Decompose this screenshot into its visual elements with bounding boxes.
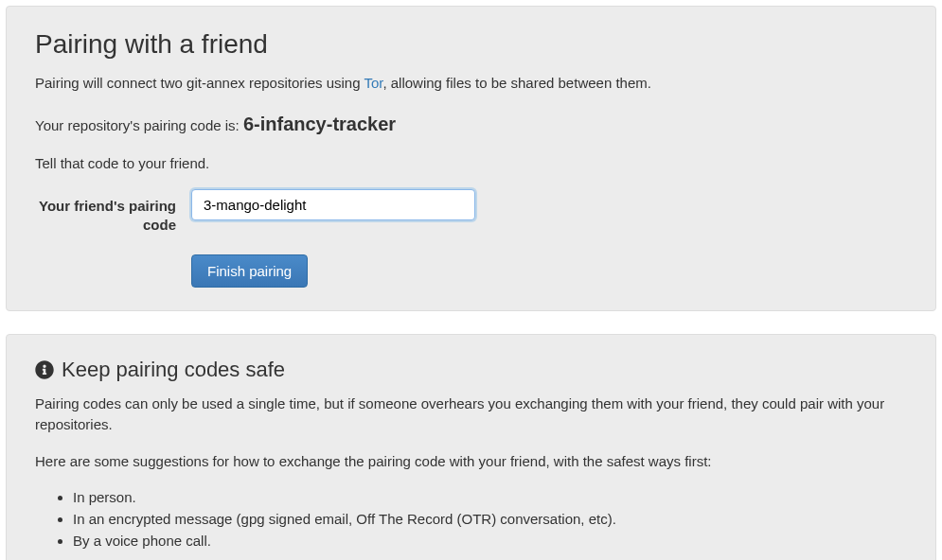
safety-p2: Here are some suggestions for how to exc… xyxy=(35,451,907,473)
page-title: Pairing with a friend xyxy=(35,29,907,60)
friend-code-label: Your friend's pairing code xyxy=(35,189,191,236)
list-item: In person. xyxy=(73,487,907,507)
pairing-panel: Pairing with a friend Pairing will conne… xyxy=(6,6,936,311)
pairing-code-line: Your repository's pairing code is: 6-inf… xyxy=(35,110,907,138)
finish-pairing-button[interactable]: Finish pairing xyxy=(191,254,308,288)
intro-suffix: , allowing files to be shared between th… xyxy=(382,75,651,91)
safety-heading-text: Keep pairing codes safe xyxy=(62,358,285,382)
info-icon xyxy=(35,360,54,379)
safety-suggestions: In person. In an encrypted message (gpg … xyxy=(35,487,907,551)
list-item: By a voice phone call. xyxy=(73,531,907,551)
intro-paragraph: Pairing will connect two git-annex repos… xyxy=(35,73,907,95)
safety-p1: Pairing codes can only be used a single … xyxy=(35,394,907,436)
safety-heading: Keep pairing codes safe xyxy=(35,358,907,382)
pairing-code-value: 6-infancy-tracker xyxy=(243,114,396,134)
friend-code-input-wrap xyxy=(191,189,475,220)
pairing-code-prefix: Your repository's pairing code is: xyxy=(35,117,243,133)
intro-prefix: Pairing will connect two git-annex repos… xyxy=(35,75,364,91)
friend-code-input[interactable] xyxy=(191,189,475,220)
safety-panel: Keep pairing codes safe Pairing codes ca… xyxy=(6,334,936,561)
list-item: In an encrypted message (gpg signed emai… xyxy=(73,509,907,529)
tor-link[interactable]: Tor xyxy=(364,75,382,91)
tell-friend-text: Tell that code to your friend. xyxy=(35,153,907,175)
submit-row: Finish pairing xyxy=(191,254,907,288)
friend-code-row: Your friend's pairing code xyxy=(35,189,907,236)
